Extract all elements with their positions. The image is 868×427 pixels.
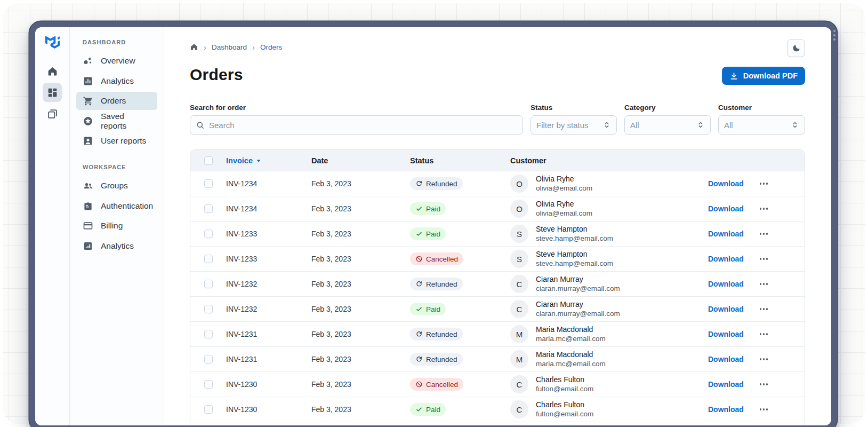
table-row: INV-1232 Feb 3, 2023 Refunded C Ciaran M…	[190, 272, 805, 297]
refresh-icon	[415, 330, 423, 338]
filters-row: Search for order Status Filter by status…	[190, 104, 805, 135]
row-menu-button[interactable]	[759, 306, 769, 312]
date-cell: Feb 3, 2023	[311, 305, 410, 313]
sidebar-item-overview[interactable]: Overview	[76, 52, 157, 70]
sidebar-item-user-reports[interactable]: User reports	[76, 132, 157, 150]
download-link[interactable]: Download	[708, 179, 744, 188]
row-menu-button[interactable]	[759, 356, 769, 362]
filter-category: Category All	[624, 104, 711, 135]
invoice-cell: INV-1233	[226, 255, 311, 263]
sidebar-item-groups[interactable]: Groups	[76, 177, 157, 195]
status-label: Cancelled	[426, 255, 458, 263]
browser-window: DASHBOARD Overview Analytics Orders Save…	[29, 21, 837, 427]
rail-home[interactable]	[43, 61, 62, 81]
table-row: INV-1234 Feb 3, 2023 Paid O Olivia Ryhe …	[190, 196, 805, 222]
refresh-icon	[415, 355, 423, 363]
row-menu-button[interactable]	[759, 281, 769, 287]
customer-email: olivia@email.com	[536, 209, 592, 218]
row-checkbox[interactable]	[204, 305, 213, 313]
home-icon[interactable]	[190, 43, 198, 51]
column-date[interactable]: Date	[311, 156, 410, 165]
customer-avatar: O	[510, 200, 528, 218]
sidebar-item-billing[interactable]: Billing	[76, 217, 157, 235]
search-label: Search for order	[190, 104, 523, 113]
filter-select[interactable]: All	[718, 115, 805, 135]
filter-customer: Customer All	[718, 104, 805, 135]
download-link[interactable]: Download	[708, 355, 744, 363]
status-chip: Refunded	[410, 328, 463, 341]
row-checkbox[interactable]	[204, 179, 213, 188]
row-checkbox[interactable]	[204, 230, 213, 238]
nav-section: WORKSPACE Groups Authentication Billing …	[76, 164, 157, 255]
download-link[interactable]: Download	[708, 280, 744, 288]
row-checkbox[interactable]	[204, 380, 213, 389]
rail-dashboard[interactable]	[43, 83, 62, 102]
row-menu-button[interactable]	[759, 205, 769, 212]
status-chip: Paid	[410, 303, 446, 315]
invoice-cell: INV-1232	[226, 280, 311, 288]
sidebar-item-analytics[interactable]: Analytics	[76, 72, 157, 90]
unfold-more-icon	[696, 121, 705, 129]
breadcrumb-dashboard[interactable]: Dashboard	[212, 43, 247, 51]
people-icon	[83, 180, 93, 191]
theme-toggle-button[interactable]	[787, 39, 805, 57]
column-status[interactable]: Status	[410, 156, 510, 165]
row-checkbox[interactable]	[204, 330, 213, 338]
filter-select-value: All	[724, 121, 791, 130]
row-checkbox[interactable]	[204, 255, 213, 263]
check-icon	[415, 305, 423, 313]
invoice-cell: INV-1234	[226, 204, 311, 213]
row-menu-button[interactable]	[759, 231, 769, 237]
row-checkbox[interactable]	[204, 405, 213, 414]
download-link[interactable]: Download	[708, 405, 744, 414]
invoice-cell: INV-1232	[226, 305, 311, 313]
page-title: Orders	[190, 65, 805, 84]
download-link[interactable]: Download	[708, 255, 744, 263]
mui-logo	[45, 36, 60, 49]
row-menu-button[interactable]	[759, 381, 769, 388]
download-pdf-button[interactable]: Download PDF	[722, 67, 805, 85]
block-icon	[415, 255, 423, 263]
row-checkbox[interactable]	[204, 280, 213, 288]
nav-item-label: User reports	[101, 136, 146, 146]
customer-name: Ciaran Murray	[536, 299, 620, 309]
table-row: INV-1231 Feb 3, 2023 Refunded M Maria Ma…	[190, 322, 805, 347]
select-all-checkbox[interactable]	[204, 156, 213, 165]
column-invoice[interactable]: Invoice	[226, 156, 311, 165]
filter-status: Status Filter by status	[531, 104, 617, 135]
status-label: Paid	[426, 230, 440, 238]
mini-chart-box-icon	[83, 241, 93, 251]
check-icon	[415, 406, 423, 413]
filter-select[interactable]: Filter by status	[531, 115, 617, 135]
person-card-icon	[83, 136, 93, 146]
table-row: INV-1230 Feb 3, 2023 Cancelled C Charles…	[190, 372, 805, 397]
row-menu-button[interactable]	[759, 331, 769, 337]
filter-select[interactable]: All	[624, 115, 711, 135]
row-menu-button[interactable]	[759, 406, 769, 413]
download-link[interactable]: Download	[708, 230, 744, 238]
sidebar-item-orders[interactable]: Orders	[76, 92, 157, 110]
invoice-cell: INV-1231	[226, 355, 311, 363]
window-scrollbar[interactable]	[833, 30, 835, 41]
download-link[interactable]: Download	[708, 380, 744, 389]
download-link[interactable]: Download	[708, 330, 744, 338]
row-menu-button[interactable]	[759, 180, 769, 187]
nav-item-label: Analytics	[101, 76, 134, 86]
sidebar-item-saved-reports[interactable]: Saved reports	[76, 112, 157, 130]
row-checkbox[interactable]	[204, 355, 213, 363]
customer-name: Maria Macdonald	[536, 325, 606, 334]
date-cell: Feb 3, 2023	[311, 405, 410, 414]
icon-rail	[35, 27, 70, 425]
status-chip: Paid	[410, 403, 446, 416]
row-checkbox[interactable]	[204, 204, 213, 213]
unfold-more-icon	[791, 121, 799, 129]
row-menu-button[interactable]	[759, 256, 769, 262]
sidebar-item-analytics[interactable]: Analytics	[76, 237, 157, 255]
sidebar-item-authentication[interactable]: Authentication	[76, 197, 157, 215]
search-input[interactable]	[209, 121, 517, 130]
customer-avatar: S	[510, 250, 528, 268]
download-link[interactable]: Download	[708, 204, 744, 213]
column-customer[interactable]: Customer	[510, 156, 706, 165]
download-link[interactable]: Download	[708, 305, 744, 313]
rail-layers[interactable]	[43, 104, 62, 123]
